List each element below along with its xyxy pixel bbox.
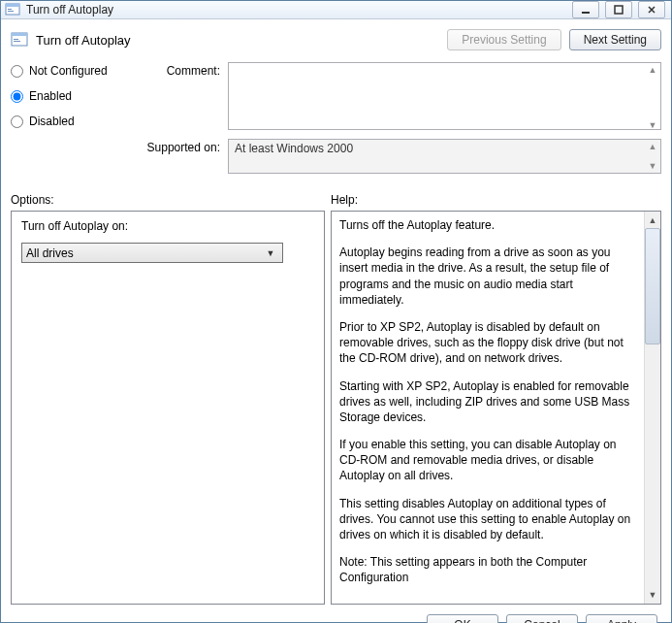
option-setting-label: Turn off Autoplay on: <box>21 219 314 233</box>
comment-scroll: ▲ ▼ <box>645 63 660 132</box>
options-panel: Turn off Autoplay on: All drives ▼ <box>11 211 325 605</box>
chevron-down-icon: ▼ <box>263 248 278 258</box>
maximize-icon <box>614 5 624 15</box>
scroll-thumb[interactable] <box>645 228 660 344</box>
help-paragraph: Turns off the Autoplay feature. <box>339 217 636 233</box>
nav-buttons: Previous Setting Next Setting <box>447 29 661 50</box>
help-label: Help: <box>331 193 661 207</box>
window-title: Turn off Autoplay <box>26 3 572 16</box>
autoplay-drives-combobox[interactable]: All drives ▼ <box>21 243 283 263</box>
combobox-value: All drives <box>26 246 263 260</box>
radio-enabled[interactable]: Enabled <box>11 89 127 103</box>
help-panel: Turns off the Autoplay feature. Autoplay… <box>331 211 661 605</box>
radio-enabled-input[interactable] <box>11 90 23 103</box>
svg-rect-1 <box>6 4 19 7</box>
comment-label: Comment: <box>139 62 228 133</box>
radio-disabled-label: Disabled <box>29 115 75 128</box>
supported-row: Supported on: At least Windows 2000 ▲ ▼ <box>139 139 661 174</box>
help-paragraph: Note: This setting appears in both the C… <box>339 554 636 585</box>
scroll-down-icon[interactable]: ▼ <box>645 159 660 173</box>
svg-rect-5 <box>615 6 623 14</box>
previous-setting-button: Previous Setting <box>447 29 560 50</box>
help-text: Turns off the Autoplay feature. Autoplay… <box>332 212 644 604</box>
top-block: Not Configured Enabled Disabled Comment: <box>11 62 661 180</box>
svg-rect-3 <box>8 11 14 12</box>
policy-icon <box>5 2 20 17</box>
page-title: Turn off Autoplay <box>36 33 447 48</box>
supported-on-value: At least Windows 2000 <box>228 139 661 174</box>
window-controls <box>572 1 665 18</box>
supported-label: Supported on: <box>139 139 228 174</box>
close-button[interactable] <box>638 1 665 18</box>
scroll-up-icon[interactable]: ▲ <box>645 212 660 228</box>
help-paragraph: Prior to XP SP2, Autoplay is disabled by… <box>339 319 636 367</box>
radio-disabled-input[interactable] <box>11 115 23 128</box>
section-labels: Options: Help: <box>11 193 661 207</box>
scroll-down-icon[interactable]: ▼ <box>645 587 660 604</box>
dialog-content: Turn off Autoplay Previous Setting Next … <box>1 19 671 623</box>
close-icon <box>647 5 656 15</box>
fields-column: Comment: ▲ ▼ Supported on: At least Wind… <box>139 62 661 180</box>
radio-not-configured-label: Not Configured <box>29 64 108 78</box>
radio-enabled-label: Enabled <box>29 89 72 103</box>
help-paragraph: Starting with XP SP2, Autoplay is enable… <box>339 378 636 426</box>
help-scrollbar[interactable]: ▲ ▼ <box>644 212 660 604</box>
apply-button[interactable]: Apply <box>586 614 657 623</box>
radio-not-configured-input[interactable] <box>11 65 23 78</box>
titlebar: Turn off Autoplay <box>1 1 671 19</box>
cancel-button[interactable]: Cancel <box>506 614 578 623</box>
radio-not-configured[interactable]: Not Configured <box>11 64 127 78</box>
svg-rect-7 <box>12 33 27 36</box>
help-paragraph: If you enable this setting, you can disa… <box>339 437 636 484</box>
svg-rect-4 <box>582 12 590 14</box>
svg-rect-9 <box>14 41 20 42</box>
scroll-up-icon[interactable]: ▲ <box>645 63 660 77</box>
scroll-down-icon[interactable]: ▼ <box>645 118 660 132</box>
minimize-icon <box>581 5 591 15</box>
maximize-button[interactable] <box>605 1 632 18</box>
help-paragraph: Autoplay begins reading from a drive as … <box>339 245 636 308</box>
dialog-window: Turn off Autoplay Turn off Autoplay Prev… <box>0 0 672 623</box>
ok-button[interactable]: OK <box>427 614 498 623</box>
help-paragraph: This setting disables Autoplay on additi… <box>339 496 636 543</box>
header-row: Turn off Autoplay Previous Setting Next … <box>11 29 661 50</box>
minimize-button[interactable] <box>572 1 599 18</box>
dialog-footer: OK Cancel Apply <box>11 605 661 623</box>
radio-disabled[interactable]: Disabled <box>11 115 127 128</box>
next-setting-button[interactable]: Next Setting <box>569 29 661 50</box>
panels: Turn off Autoplay on: All drives ▼ Turns… <box>11 211 661 605</box>
comment-row: Comment: ▲ ▼ <box>139 62 661 133</box>
svg-rect-8 <box>14 39 18 40</box>
supported-scroll: ▲ ▼ <box>645 140 660 173</box>
svg-rect-2 <box>8 9 12 10</box>
state-radios: Not Configured Enabled Disabled <box>11 62 127 180</box>
comment-textarea[interactable] <box>228 62 661 130</box>
scroll-up-icon[interactable]: ▲ <box>645 140 660 153</box>
options-label: Options: <box>11 193 331 207</box>
policy-icon <box>11 31 28 49</box>
scroll-track[interactable] <box>645 344 660 587</box>
